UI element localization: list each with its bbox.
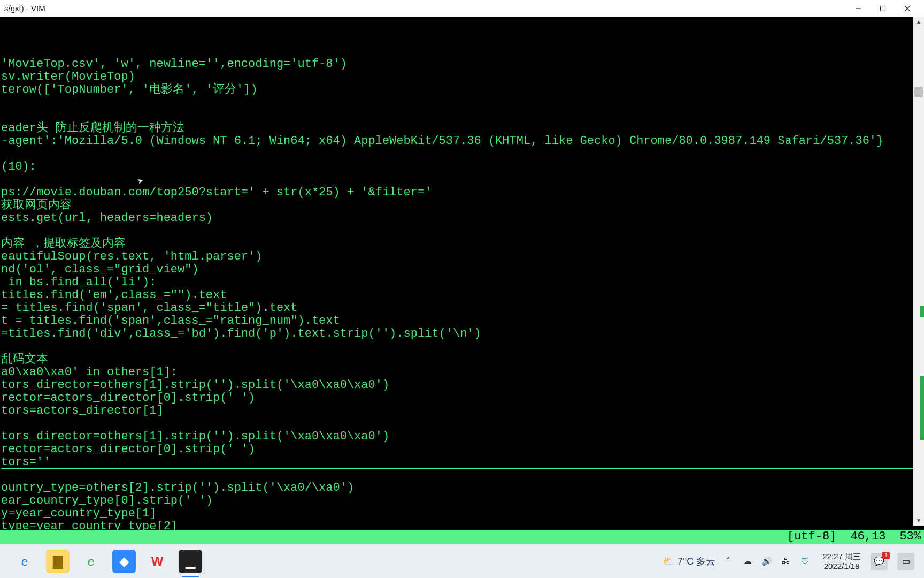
code-line: 获取网页内容 (1, 199, 923, 212)
code-line: eautifulSoup(res.text, 'html.parser') (1, 250, 923, 263)
scroll-mark (920, 306, 924, 317)
close-button[interactable] (895, 1, 920, 17)
code-line (1, 148, 923, 161)
code-line: a0\xa0\xa0' in others[1]: (1, 366, 923, 379)
status-right: [utf-8] 46,13 53% (787, 530, 921, 543)
edge-icon[interactable]: ｅ (79, 550, 103, 573)
weather-widget[interactable]: ⛅ 7°C 多云 (663, 555, 715, 568)
code-line: =titles.find('div',class_='bd').find('p'… (1, 328, 923, 340)
status-cursor: 46,13 (850, 530, 886, 543)
editor-area[interactable]: 'MovieTop.csv', 'w', newline='',encoding… (0, 17, 924, 544)
code-line: in bs.find_all('li'): (1, 276, 923, 289)
scroll-up-arrow[interactable]: ▲ (913, 17, 924, 27)
network-icon[interactable]: 🖧 (780, 555, 792, 568)
code-line: -agent':'Mozilla/5.0 (Windows NT 6.1; Wi… (1, 135, 923, 148)
code-line: 内容 ，提取标签及内容 (1, 238, 923, 250)
code-line: = titles.find('span', class_="title").te… (1, 302, 923, 315)
status-percent: 53% (899, 530, 921, 543)
title-bar[interactable]: s/gxt) - VIM (0, 0, 924, 17)
code-line: titles.find('em',class_="").text (1, 289, 923, 302)
system-tray: ⛅ 7°C 多云 ˄ ☁ 🔊 🖧 🛡 22:27 周三 2022/1/19 💬 … (663, 552, 924, 571)
code-line: rector=actors_director[0].strip(' ') (1, 443, 923, 456)
file-explorer-icon[interactable]: ▇ (46, 550, 70, 573)
code-line: t = titles.find('span',class_="rating_nu… (1, 315, 923, 328)
security-icon[interactable]: 🛡 (799, 555, 812, 568)
taskbar-apps: ｅ ▇ ｅ ◆ W ▁ (0, 550, 202, 573)
minimize-button[interactable] (846, 1, 871, 17)
code-line: y=year_country_type[1] (1, 507, 923, 520)
code-line: tors=actors_director[1] (1, 405, 923, 417)
svg-rect-1 (881, 6, 886, 11)
action-center-icon[interactable]: ▭ (897, 553, 914, 570)
code-line: tors='' (1, 456, 923, 469)
code-line: 'MovieTop.csv', 'w', newline='',encoding… (1, 58, 923, 71)
wps-icon[interactable]: W (145, 550, 169, 573)
notification-badge: 1 (882, 552, 890, 559)
clock-date: 2022/1/19 (822, 561, 861, 571)
status-encoding: [utf-8] (787, 530, 836, 543)
vim-status-bar: [utf-8] 46,13 53% (0, 530, 924, 544)
weather-text: 7°C 多云 (677, 555, 715, 568)
onedrive-icon[interactable]: ☁ (741, 555, 754, 568)
code-line (1, 96, 923, 109)
ie-icon[interactable]: ｅ (13, 550, 36, 573)
tray-chevron-icon[interactable]: ˄ (722, 555, 735, 568)
taskbar-clock[interactable]: 22:27 周三 2022/1/19 (822, 552, 861, 571)
code-line: ests.get(url, headers=headers) (1, 212, 923, 225)
code-line: terow(['TopNumber', '电影名', '评分']) (1, 83, 923, 96)
notification-icon[interactable]: 💬 1 (871, 553, 888, 570)
code-line: rector=actors_director[0].strip(' ') (1, 392, 923, 405)
code-line (1, 173, 923, 186)
code-line (1, 469, 923, 482)
code-line (1, 417, 923, 430)
clock-time: 22:27 周三 (822, 552, 861, 561)
code-line: ear_country_type[0].strip(' ') (1, 495, 923, 507)
taskbar[interactable]: ｅ ▇ ｅ ◆ W ▁ ⛅ 7°C 多云 ˄ ☁ 🔊 🖧 🛡 22:27 周三 … (0, 544, 924, 578)
vim-window: s/gxt) - VIM 'MovieTop.csv', 'w', newlin… (0, 0, 924, 544)
maximize-button[interactable] (871, 1, 895, 17)
code-line: ps://movie.douban.com/top250?start=' + s… (1, 186, 923, 199)
code-line: (10): (1, 161, 923, 173)
code-line: ountry_type=others[2].strip('').split('\… (1, 482, 923, 495)
app-blue-icon[interactable]: ◆ (112, 550, 136, 573)
vertical-scrollbar[interactable]: ▲ ▼ (913, 17, 924, 526)
code-line: eader头 防止反爬机制的一种方法 (1, 122, 923, 135)
code-line (1, 109, 923, 122)
code-line: tors_director=others[1].strip('').split(… (1, 430, 923, 443)
code-line: nd('ol', class_="grid_view") (1, 263, 923, 276)
code-line (1, 340, 923, 353)
scroll-mark (920, 376, 924, 440)
scroll-down-arrow[interactable]: ▼ (913, 516, 924, 526)
terminal-icon[interactable]: ▁ (179, 550, 202, 573)
code-line (1, 225, 923, 238)
code-line: tors_director=others[1].strip('').split(… (1, 379, 923, 392)
volume-icon[interactable]: 🔊 (760, 555, 773, 568)
weather-icon: ⛅ (663, 556, 674, 567)
window-title: s/gxt) - VIM (4, 4, 846, 13)
window-controls (846, 1, 920, 17)
scroll-thumb[interactable] (914, 87, 923, 97)
code-line: 乱码文本 (1, 353, 923, 366)
code-line: sv.writer(MovieTop) (1, 71, 923, 83)
